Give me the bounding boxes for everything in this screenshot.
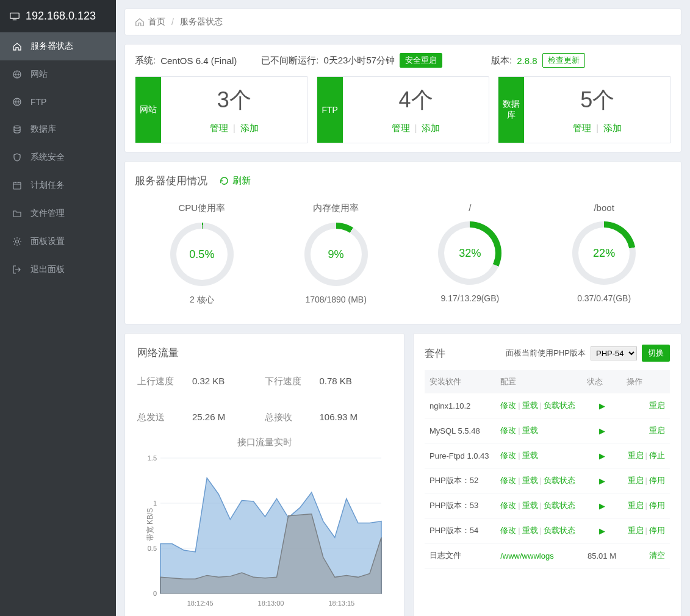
manage-link[interactable]: 管理 [210, 123, 228, 133]
play-icon[interactable]: ▶ [599, 501, 605, 510]
op-link[interactable]: 重启 [628, 451, 644, 460]
play-icon[interactable]: ▶ [599, 476, 605, 485]
table-row: 日志文件/www/wwwlogs85.01 M清空 [425, 543, 670, 568]
exit-icon [12, 265, 22, 274]
op-link[interactable]: 停用 [649, 501, 665, 510]
breadcrumb-home[interactable]: 首页 [135, 16, 165, 27]
sidebar-item-label: 文件管理 [31, 208, 65, 219]
sidebar-item-8[interactable]: 退出面板 [0, 256, 116, 284]
gauge-2: /32%9.17/13.29(GB) [403, 202, 537, 306]
config-path[interactable]: /www/wwwlogs [500, 551, 553, 560]
database-icon [12, 124, 22, 134]
config-link[interactable]: 修改 [500, 426, 516, 435]
gauge-sub: 0.37/0.47(GB) [577, 293, 631, 303]
config-link[interactable]: 修改 [500, 526, 516, 535]
gauge-title: 内存使用率 [313, 202, 359, 214]
sidebar-item-label: 服务器状态 [31, 41, 73, 52]
software-panel: 套件 面板当前使用PHP版本 PHP-54 切换 安装软件 配置 状态 操作 n… [413, 333, 681, 616]
add-link[interactable]: 添加 [422, 123, 440, 133]
svg-rect-0 [10, 13, 19, 18]
php-version-select[interactable]: PHP-54 [591, 346, 637, 360]
usage-panel: 服务器使用情况 刷新 CPU使用率0.5%2 核心内存使用率9%1708/189… [124, 161, 681, 324]
table-row: nginx1.10.2修改|重载|负载状态▶重启 [425, 393, 670, 418]
sidebar-item-1[interactable]: 网站 [0, 60, 116, 88]
sidebar-item-7[interactable]: 面板设置 [0, 227, 116, 256]
down-speed-value: 0.78 KB [320, 376, 352, 387]
config-link[interactable]: 负载状态 [544, 476, 575, 485]
sidebar: 192.168.0.123 服务器状态网站FTP数据库系统安全计划任务文件管理面… [0, 0, 116, 616]
op-link[interactable]: 停用 [649, 526, 665, 535]
home-icon [135, 17, 145, 27]
config-link[interactable]: 重载 [522, 426, 538, 435]
software-title: 套件 [425, 346, 445, 360]
soft-name: PHP版本：53 [425, 493, 495, 518]
server-ip: 192.168.0.123 [26, 10, 96, 23]
sidebar-item-0[interactable]: 服务器状态 [0, 32, 116, 60]
version-label: 版本: [491, 55, 512, 66]
config-link[interactable]: 修改 [500, 476, 516, 485]
home-icon [12, 41, 22, 51]
config-link[interactable]: 负载状态 [544, 501, 575, 510]
op-link[interactable]: 重启 [628, 526, 644, 535]
config-link[interactable]: 修改 [500, 401, 516, 410]
op-link[interactable]: 重启 [649, 401, 665, 410]
stat-count: 4个 [398, 85, 433, 115]
sidebar-item-5[interactable]: 计划任务 [0, 171, 116, 199]
system-value: CentOS 6.4 (Final) [160, 56, 237, 66]
config-link[interactable]: 重载 [522, 526, 538, 535]
gauge-0: CPU使用率0.5%2 核心 [135, 202, 269, 306]
play-icon[interactable]: ▶ [599, 426, 605, 435]
check-update-button[interactable]: 检查更新 [542, 53, 585, 68]
sidebar-header: 192.168.0.123 [0, 0, 116, 32]
svg-text:1: 1 [153, 500, 157, 507]
svg-rect-4 [13, 182, 21, 189]
sidebar-item-3[interactable]: 数据库 [0, 115, 116, 143]
sidebar-item-2[interactable]: FTP [0, 88, 116, 115]
col-status: 状态 [582, 370, 621, 393]
sidebar-item-6[interactable]: 文件管理 [0, 199, 116, 227]
sidebar-item-label: 退出面板 [31, 264, 65, 275]
config-link[interactable]: 重载 [522, 451, 538, 460]
op-link[interactable]: 重启 [628, 501, 644, 510]
config-link[interactable]: 负载状态 [544, 526, 575, 535]
config-link[interactable]: 修改 [500, 451, 516, 460]
op-link[interactable]: 重启 [628, 476, 644, 485]
config-link[interactable]: 重载 [522, 476, 538, 485]
breadcrumb-current: 服务器状态 [180, 16, 223, 27]
play-icon[interactable]: ▶ [599, 451, 605, 460]
soft-name: MySQL 5.5.48 [425, 418, 495, 443]
play-icon[interactable]: ▶ [599, 526, 605, 535]
gauge-title: CPU使用率 [179, 202, 226, 214]
op-link[interactable]: 重启 [649, 426, 665, 435]
version-value: 2.8.8 [517, 56, 537, 66]
sidebar-item-4[interactable]: 系统安全 [0, 143, 116, 171]
config-link[interactable]: 负载状态 [544, 401, 575, 410]
switch-button[interactable]: 切换 [642, 345, 670, 362]
gauge-ring: 0.5% [170, 223, 234, 286]
add-link[interactable]: 添加 [603, 123, 622, 133]
total-recv-value: 106.93 M [320, 412, 358, 423]
safe-restart-button[interactable]: 安全重启 [400, 53, 442, 68]
config-link[interactable]: 重载 [522, 401, 538, 410]
refresh-button[interactable]: 刷新 [220, 175, 251, 187]
manage-link[interactable]: 管理 [573, 123, 591, 133]
globe-icon [12, 97, 22, 107]
op-link[interactable]: 停止 [649, 451, 665, 460]
table-row: Pure-Ftpd 1.0.43修改|重载▶重启|停止 [425, 443, 670, 468]
manage-link[interactable]: 管理 [392, 123, 410, 133]
op-link[interactable]: 清空 [649, 551, 665, 560]
gauge-title: /boot [594, 202, 614, 213]
up-speed-value: 0.32 KB [192, 376, 225, 387]
config-link[interactable]: 重载 [522, 501, 538, 510]
soft-name: 日志文件 [425, 543, 495, 568]
table-row: PHP版本：52修改|重载|负载状态▶重启|停用 [425, 468, 670, 493]
play-icon[interactable]: ▶ [599, 401, 605, 410]
stat-count: 5个 [580, 85, 614, 115]
add-link[interactable]: 添加 [240, 123, 259, 133]
op-link[interactable]: 停用 [649, 476, 665, 485]
uptime-value: 0天23小时57分钟 [323, 55, 395, 66]
software-table: 安装软件 配置 状态 操作 nginx1.10.2修改|重载|负载状态▶重启My… [425, 370, 670, 568]
uptime-label: 已不间断运行: [261, 55, 318, 66]
config-link[interactable]: 修改 [500, 501, 516, 510]
sidebar-item-label: 网站 [31, 69, 48, 80]
